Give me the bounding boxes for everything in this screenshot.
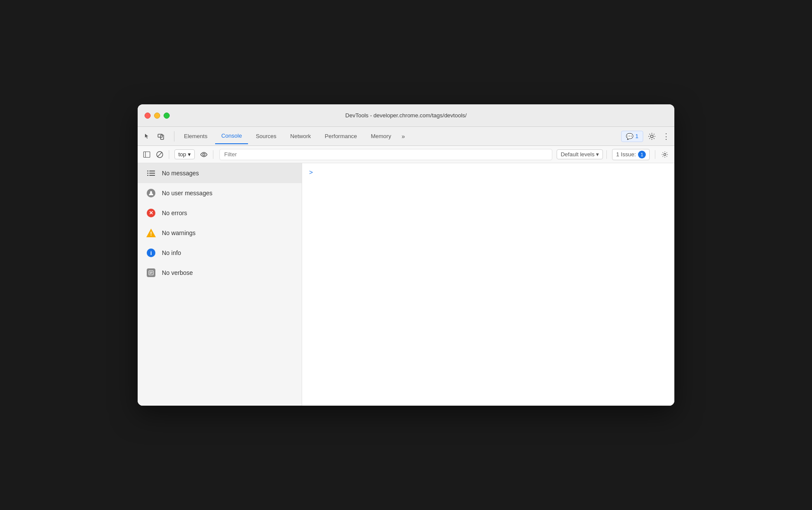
tab-network[interactable]: Network xyxy=(284,129,317,144)
filter-input[interactable] xyxy=(219,149,552,160)
eye-button[interactable] xyxy=(198,149,209,160)
more-options-button[interactable]: ⋮ xyxy=(661,130,671,142)
console-prompt[interactable]: > xyxy=(309,169,313,177)
svg-rect-13 xyxy=(147,175,148,176)
svg-point-8 xyxy=(664,153,666,155)
sidebar-item-no-warnings[interactable]: ! No warnings xyxy=(138,223,302,243)
window-title: DevTools - developer.chrome.com/tags/dev… xyxy=(345,112,467,119)
svg-rect-0 xyxy=(158,134,162,137)
info-icon: i xyxy=(146,248,156,258)
svg-rect-12 xyxy=(149,173,155,174)
sidebar-item-no-messages[interactable]: No messages xyxy=(138,163,302,183)
main-content: No messages No user messages ✕ xyxy=(138,163,674,406)
sidebar-label-no-verbose: No verbose xyxy=(162,269,193,276)
tab-bar-icons xyxy=(141,130,167,142)
svg-rect-11 xyxy=(147,173,148,174)
device-toolbar-button[interactable] xyxy=(155,130,167,142)
svg-rect-10 xyxy=(149,171,155,171)
block-icon xyxy=(156,151,163,158)
svg-rect-9 xyxy=(147,171,148,171)
toolbar-separator-3 xyxy=(606,150,607,159)
sidebar-item-no-errors[interactable]: ✕ No errors xyxy=(138,203,302,223)
sidebar-label-no-warnings: No warnings xyxy=(162,229,196,236)
gear-icon xyxy=(661,151,668,158)
sidebar-item-no-verbose[interactable]: No verbose xyxy=(138,263,302,283)
issue-count-badge[interactable]: 1 Issue: 1 xyxy=(612,149,650,160)
sidebar-label-no-user-messages: No user messages xyxy=(162,190,213,197)
settings-button[interactable] xyxy=(646,130,658,142)
tab-console[interactable]: Console xyxy=(215,129,248,144)
issue-icon: 💬 xyxy=(626,133,633,140)
sidebar: No messages No user messages ✕ xyxy=(138,163,302,406)
gear-icon xyxy=(648,132,656,140)
issue-badge[interactable]: 💬 1 xyxy=(621,131,643,142)
list-icon xyxy=(146,168,156,178)
console-settings-button[interactable] xyxy=(659,148,671,161)
traffic-lights xyxy=(145,113,170,119)
issue-count-number: 1 xyxy=(638,151,646,158)
title-bar: DevTools - developer.chrome.com/tags/dev… xyxy=(138,104,674,127)
toolbar-separator-4 xyxy=(655,150,655,159)
sidebar-item-no-info[interactable]: i No info xyxy=(138,243,302,263)
more-tabs-button[interactable]: » xyxy=(399,131,408,142)
warning-icon: ! xyxy=(146,228,156,238)
clear-console-button[interactable] xyxy=(154,149,165,160)
sidebar-label-no-info: No info xyxy=(162,249,181,256)
svg-point-2 xyxy=(651,135,653,138)
tab-bar: Elements Console Sources Network Perform… xyxy=(138,127,674,146)
issue-badge-count: 1 xyxy=(635,133,638,139)
toolbar-separator-1 xyxy=(169,150,169,159)
svg-point-7 xyxy=(203,153,205,155)
issue-count-label: 1 Issue: xyxy=(616,151,636,158)
svg-rect-14 xyxy=(149,175,155,176)
sidebar-icon xyxy=(143,152,150,158)
sidebar-item-no-user-messages[interactable]: No user messages xyxy=(138,183,302,203)
close-button[interactable] xyxy=(145,113,151,119)
user-icon xyxy=(146,188,156,198)
tab-separator xyxy=(174,131,174,142)
svg-line-6 xyxy=(158,152,162,157)
verbose-icon xyxy=(146,268,156,278)
maximize-button[interactable] xyxy=(164,113,170,119)
context-selector[interactable]: top ▾ xyxy=(174,149,195,159)
minimize-button[interactable] xyxy=(154,113,160,119)
devtools-window: DevTools - developer.chrome.com/tags/dev… xyxy=(138,104,674,406)
inspect-element-button[interactable] xyxy=(141,130,153,142)
sidebar-label-no-errors: No errors xyxy=(162,210,187,216)
error-icon: ✕ xyxy=(146,208,156,218)
sidebar-label-no-messages: No messages xyxy=(162,170,199,177)
device-icon xyxy=(158,133,164,140)
context-label: top xyxy=(178,151,186,158)
chevron-down-icon: ▾ xyxy=(596,151,599,158)
default-levels-label: Default levels xyxy=(561,151,594,158)
tab-sources[interactable]: Sources xyxy=(250,129,283,144)
toolbar-separator-2 xyxy=(213,150,213,159)
console-toolbar: top ▾ Default levels ▾ 1 Issue: 1 xyxy=(138,146,674,163)
cursor-icon xyxy=(144,133,151,140)
eye-icon xyxy=(200,152,208,157)
tab-performance[interactable]: Performance xyxy=(319,129,363,144)
chevron-down-icon: ▾ xyxy=(188,151,191,158)
svg-point-15 xyxy=(150,191,152,194)
svg-rect-3 xyxy=(144,152,150,157)
default-levels-selector[interactable]: Default levels ▾ xyxy=(557,149,603,159)
tab-elements[interactable]: Elements xyxy=(178,129,213,144)
tab-actions: 💬 1 ⋮ xyxy=(621,130,671,142)
console-area[interactable]: > xyxy=(302,163,674,406)
tab-memory[interactable]: Memory xyxy=(365,129,397,144)
sidebar-toggle-button[interactable] xyxy=(141,149,152,160)
